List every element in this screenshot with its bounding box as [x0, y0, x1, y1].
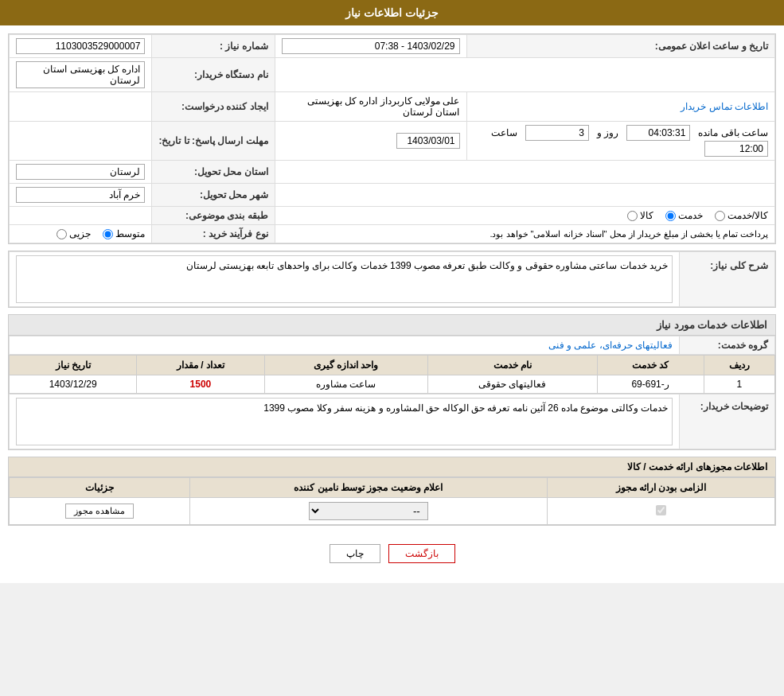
services-table: ردیف کد خدمت نام خدمت واحد اندازه گیری ت… [9, 355, 775, 394]
buyer-org-input: اداره کل بهزیستی استان لرستان [16, 61, 145, 88]
service-code: ر-691-69 [597, 375, 704, 394]
purchase-type-joz-item: جزیی [57, 228, 91, 239]
service-group-link[interactable]: فعالیتهای حرفه‌ای، علمی و فنی [548, 340, 673, 351]
service-group-value: فعالیتهای حرفه‌ای، علمی و فنی [10, 336, 680, 355]
permissions-thead: الزامی بودن ارائه مجوز اعلام وضعیت مجوز … [10, 478, 775, 498]
view-permit-button[interactable]: مشاهده مجوز [65, 504, 134, 519]
description-table: شرح کلی نیاز: خرید خدمات ساعتی مشاوره حق… [9, 251, 775, 307]
perm-col-status: اعلام وضعیت مجوز توسط نامین کننده [190, 478, 548, 498]
service-row-1: 1 ر-691-69 فعالیتهای حقوقی ساعت مشاوره 1… [10, 375, 775, 394]
perm-required-checkbox[interactable] [656, 505, 666, 515]
service-date: 1403/12/29 [10, 375, 137, 394]
service-group-label: گروه خدمت: [680, 336, 775, 355]
row-city: شهر محل تحویل: خرم آباد [10, 184, 775, 207]
creator-text: علی مولایی کاربرداز اداره کل بهزیستی است… [307, 95, 460, 118]
purchase-type-note: پرداخت تمام یا بخشی از مبلغ خریدار از مح… [490, 229, 768, 239]
description-box: خرید خدمات ساعتی مشاوره حقوقی و وکالت طب… [16, 255, 673, 303]
description-text: خرید خدمات ساعتی مشاوره حقوقی و وکالت طب… [186, 260, 668, 271]
province-value: لرستان [10, 161, 152, 184]
perm-col-required: الزامی بودن ارائه مجوز [547, 478, 774, 498]
date-value-cell: 1403/03/01 [275, 122, 466, 161]
need-number-value: 1103003529000007 [10, 35, 152, 58]
buyer-org-text: اداره کل بهزیستی استان لرستان [43, 64, 140, 86]
province-label: استان محل تحویل: [152, 161, 275, 184]
buyer-desc-box: خدمات وکالتی موضوع ماده 26 آئین نامه تعر… [16, 398, 673, 445]
category-kala-khedmat-label: کالا/خدمت [727, 210, 768, 221]
col-quantity: تعداد / مقدار [137, 356, 264, 375]
col-row: ردیف [704, 356, 774, 375]
col-name: نام خدمت [427, 356, 597, 375]
row-need-number: تاریخ و ساعت اعلان عمومی: 1403/02/29 - 0… [10, 35, 775, 58]
services-tbody: 1 ر-691-69 فعالیتهای حقوقی ساعت مشاوره 1… [10, 375, 775, 394]
service-quantity: 1500 [137, 375, 264, 394]
category-khedmat-radio[interactable] [665, 211, 676, 221]
city-value: خرم آباد [10, 184, 152, 207]
page-header: جزئیات اطلاعات نیاز [0, 0, 784, 25]
category-kala-label: کالا [640, 210, 653, 221]
permissions-title[interactable]: اطلاعات مجوزهای ارائه خدمت / کالا [9, 457, 775, 477]
city-text: خرم آباد [109, 189, 140, 200]
service-unit: ساعت مشاوره [264, 375, 427, 394]
service-row-num: 1 [704, 375, 774, 394]
response-deadline-label: مهلت ارسال پاسخ: تا تاریخ: [152, 122, 275, 161]
permissions-header-row: الزامی بودن ارائه مجوز اعلام وضعیت مجوز … [10, 478, 775, 498]
purchase-type-radio-group: جزیی متوسط [16, 228, 145, 239]
row-province: استان محل تحویل: لرستان [10, 161, 775, 184]
province-input: لرستان [16, 164, 145, 180]
row-buyer-org: نام دستگاه خریدار: اداره کل بهزیستی استا… [10, 58, 775, 92]
col-date: تاریخ نیاز [10, 356, 137, 375]
days-value: 3 [525, 125, 589, 141]
purchase-type-joz-radio[interactable] [57, 229, 67, 239]
purchase-type-mota-radio[interactable] [103, 229, 113, 239]
service-group-row: گروه خدمت: فعالیتهای حرفه‌ای، علمی و فنی [10, 336, 775, 355]
buyer-desc-text: خدمات وکالتی موضوع ماده 26 آئین نامه تعر… [263, 402, 668, 414]
city-input: خرم آباد [16, 187, 145, 203]
announce-date-text: 1403/02/29 - 07:38 [375, 41, 455, 52]
category-kala-radio[interactable] [627, 211, 638, 221]
services-header-row: ردیف کد خدمت نام خدمت واحد اندازه گیری ت… [10, 356, 775, 375]
service-group-table: گروه خدمت: فعالیتهای حرفه‌ای، علمی و فنی [9, 336, 775, 355]
perm-status-select[interactable]: -- [309, 502, 428, 520]
creator-input-cell [10, 92, 152, 122]
permissions-table: الزامی بودن ارائه مجوز اعلام وضعیت مجوز … [9, 477, 775, 525]
col-unit: واحد اندازه گیری [264, 356, 427, 375]
days-label: روز و [597, 127, 618, 138]
purchase-type-label: نوع فرآیند خرید : [152, 225, 275, 243]
buyer-desc-row: توضیحات خریدار: خدمات وکالتی موضوع ماده … [10, 395, 775, 449]
services-thead: ردیف کد خدمت نام خدمت واحد اندازه گیری ت… [10, 356, 775, 375]
category-kala-khedmat-item: کالا/خدمت [715, 210, 768, 221]
creator-label: ایجاد کننده درخواست: [152, 92, 275, 122]
time-value: 12:00 [704, 141, 768, 157]
province-text: لرستان [110, 166, 140, 177]
permissions-tbody: -- مشاهده مجوز [10, 498, 775, 525]
perm-required-cell [547, 498, 774, 525]
col-code: کد خدمت [597, 356, 704, 375]
permissions-section: اطلاعات مجوزهای ارائه خدمت / کالا الزامی… [8, 457, 776, 526]
need-number-label: شماره نیاز : [152, 35, 275, 58]
main-info-section: تاریخ و ساعت اعلان عمومی: 1403/02/29 - 0… [8, 33, 776, 244]
category-khedmat-item: خدمت [665, 210, 703, 221]
need-number-input: 1103003529000007 [16, 38, 145, 54]
buyer-org-value: اداره کل بهزیستی استان لرستان [10, 58, 152, 92]
buyer-desc-table: توضیحات خریدار: خدمات وکالتی موضوع ماده … [9, 394, 775, 449]
back-button[interactable]: بازگشت [388, 544, 455, 563]
category-kala-khedmat-radio[interactable] [715, 211, 725, 221]
description-row: شرح کلی نیاز: خرید خدمات ساعتی مشاوره حق… [10, 252, 775, 307]
hours-remaining-label: ساعت باقی مانده [698, 127, 768, 138]
purchase-type-joz-label: جزیی [69, 228, 91, 239]
permission-row-1: -- مشاهده مجوز [10, 498, 775, 525]
print-button[interactable]: چاپ [330, 544, 380, 563]
buyer-desc-label: توضیحات خریدار: [680, 395, 775, 449]
announce-date-input: 1403/02/29 - 07:38 [282, 38, 460, 54]
contact-link[interactable]: اطلاعات تماس خریدار [681, 101, 768, 112]
creator-value: علی مولایی کاربرداز اداره کل بهزیستی است… [275, 92, 466, 122]
description-value: خرید خدمات ساعتی مشاوره حقوقی و وکالت طب… [10, 252, 680, 307]
row-category: کالا خدمت کالا/خدمت [10, 207, 775, 225]
header-title: جزئیات اطلاعات نیاز [345, 6, 439, 19]
info-table: تاریخ و ساعت اعلان عمومی: 1403/02/29 - 0… [9, 34, 775, 243]
service-info-title: اطلاعات خدمات مورد نیاز [9, 315, 775, 336]
hours-remaining-value: 04:03:31 [626, 125, 690, 141]
purchase-type-mota-item: متوسط [103, 228, 145, 239]
need-number-text: 1103003529000007 [56, 41, 141, 52]
row-deadline: ساعت باقی مانده 04:03:31 روز و 3 ساعت 12… [10, 122, 775, 161]
